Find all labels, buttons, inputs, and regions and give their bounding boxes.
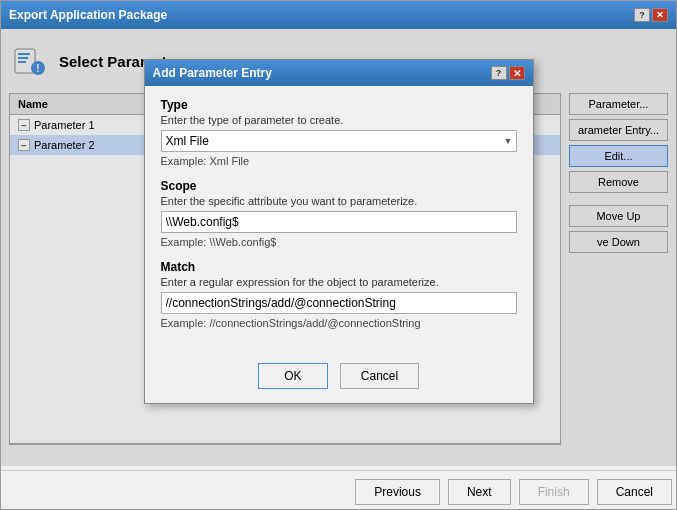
match-input-row — [161, 292, 517, 314]
main-titlebar-buttons: ? ✕ — [634, 8, 668, 22]
modal-close-button[interactable]: ✕ — [509, 66, 525, 80]
next-button[interactable]: Next — [448, 479, 511, 505]
type-desc: Enter the type of parameter to create. — [161, 114, 517, 126]
main-titlebar: Export Application Package ? ✕ — [1, 1, 676, 29]
type-select-wrapper: Xml File — [161, 130, 517, 152]
scope-section: Scope Enter the specific attribute you w… — [161, 179, 517, 248]
match-desc: Enter a regular expression for the objec… — [161, 276, 517, 288]
modal-cancel-button[interactable]: Cancel — [340, 363, 419, 389]
modal-ok-button[interactable]: OK — [258, 363, 328, 389]
modal-footer: OK Cancel — [145, 353, 533, 403]
match-label: Match — [161, 260, 517, 274]
scope-desc: Enter the specific attribute you want to… — [161, 195, 517, 207]
modal-overlay: Add Parameter Entry ? ✕ Type Enter the t… — [1, 29, 676, 466]
type-select[interactable]: Xml File — [161, 130, 517, 152]
help-button[interactable]: ? — [634, 8, 650, 22]
scope-label: Scope — [161, 179, 517, 193]
main-title: Export Application Package — [9, 8, 167, 22]
type-label: Type — [161, 98, 517, 112]
main-footer: Previous Next Finish Cancel — [1, 470, 676, 509]
scope-input-row — [161, 211, 517, 233]
type-input-row: Xml File — [161, 130, 517, 152]
previous-button[interactable]: Previous — [355, 479, 440, 505]
match-example: Example: //connectionStrings/add/@connec… — [161, 317, 517, 329]
modal-window: Add Parameter Entry ? ✕ Type Enter the t… — [144, 59, 534, 404]
modal-title: Add Parameter Entry — [153, 66, 272, 80]
scope-example: Example: \\Web.config$ — [161, 236, 517, 248]
type-section: Type Enter the type of parameter to crea… — [161, 98, 517, 167]
cancel-button[interactable]: Cancel — [597, 479, 672, 505]
scope-input[interactable] — [161, 211, 517, 233]
modal-help-button[interactable]: ? — [491, 66, 507, 80]
match-input[interactable] — [161, 292, 517, 314]
finish-button[interactable]: Finish — [519, 479, 589, 505]
close-button[interactable]: ✕ — [652, 8, 668, 22]
main-content: ! Select Parameters Name − Parameter 1 −… — [1, 29, 676, 466]
modal-titlebar-buttons: ? ✕ — [491, 66, 525, 80]
modal-body: Type Enter the type of parameter to crea… — [145, 86, 533, 353]
type-example: Example: Xml File — [161, 155, 517, 167]
match-section: Match Enter a regular expression for the… — [161, 260, 517, 329]
modal-titlebar: Add Parameter Entry ? ✕ — [145, 60, 533, 86]
main-window: Export Application Package ? ✕ ! Select … — [0, 0, 677, 510]
